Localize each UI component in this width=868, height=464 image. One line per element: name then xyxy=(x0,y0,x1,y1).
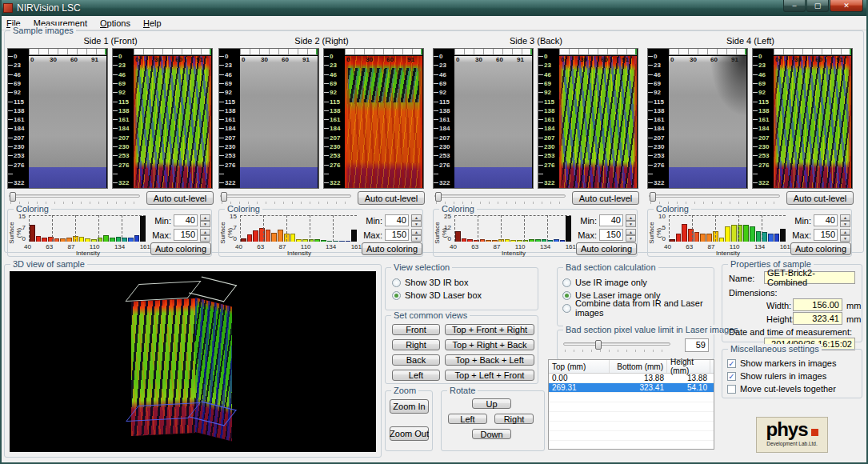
auto-coloring-button[interactable]: Auto coloring xyxy=(790,242,851,255)
min-value[interactable]: 40 xyxy=(814,214,838,226)
rotate-up-button[interactable]: Up xyxy=(472,398,511,409)
laser-image[interactable]: 0306091 02346699211513816118420723025327… xyxy=(538,48,638,189)
view3d-canvas[interactable] xyxy=(10,271,376,452)
table-row-empty[interactable] xyxy=(549,422,714,431)
app-icon xyxy=(3,3,13,13)
bad-limit-value[interactable]: 59 xyxy=(685,338,709,352)
cut-level-ruler xyxy=(669,49,746,55)
back-view-button[interactable]: Back xyxy=(392,354,440,366)
rotate-right-button[interactable]: Right xyxy=(494,414,534,424)
cut-level-slider[interactable] xyxy=(218,191,353,204)
bad-limit-slider[interactable] xyxy=(562,339,672,352)
coloring-group: Coloring Surface (%) 10 5 0 406387110134… xyxy=(647,209,852,257)
table-row[interactable]: 0.0013.8813.88 xyxy=(549,374,714,383)
horizontal-ruler: 0306091 xyxy=(30,56,104,63)
ir-image[interactable]: 0306091 02346699211513816118420723025327… xyxy=(218,48,319,189)
auto-cut-level-button[interactable]: Auto cut-level xyxy=(146,191,214,205)
cut-level-slider[interactable] xyxy=(433,191,567,204)
rotate-left-button[interactable]: Left xyxy=(448,414,487,424)
max-value[interactable]: 150 xyxy=(814,229,838,241)
ir-image[interactable]: 0306091 02346699211513816118420723025327… xyxy=(433,48,534,189)
side-panel: Side 2 (Right) 0306091 02346699211513816… xyxy=(218,36,425,250)
table-row-empty[interactable] xyxy=(549,393,714,402)
bad-section-marker xyxy=(29,167,106,188)
table-row-empty[interactable] xyxy=(549,402,714,412)
min-spinner[interactable]: ▲▼ xyxy=(840,214,850,226)
checkbox-show-rulers[interactable]: ✓ Show rulers in images xyxy=(727,370,857,382)
spin-down-icon: ▼ xyxy=(200,235,210,242)
ir-image[interactable]: 0306091 02346699211513816118420723025327… xyxy=(7,48,108,189)
view-selection-group: View selection Show 3D IR box Show 3D La… xyxy=(385,267,538,310)
min-value[interactable]: 40 xyxy=(599,214,623,226)
laser-image[interactable]: 0306091 02346699211513816118420723025327… xyxy=(752,48,853,189)
side-panel: Side 4 (Left) 0306091 023466992115138161… xyxy=(647,36,854,250)
menu-options[interactable]: Options xyxy=(94,17,137,30)
max-spinner[interactable]: ▲▼ xyxy=(411,229,422,241)
radio-show-3d-laser-box[interactable]: Show 3D Laser box xyxy=(392,289,531,302)
spin-up-icon: ▲ xyxy=(200,229,210,235)
maximize-button[interactable]: ▢ xyxy=(806,0,829,12)
menu-help[interactable]: Help xyxy=(137,17,168,30)
max-label: Max: xyxy=(362,230,382,240)
min-spinner[interactable]: ▲▼ xyxy=(626,214,636,226)
radio-use-ir-only[interactable]: Use IR image only xyxy=(562,276,709,289)
max-value[interactable]: 150 xyxy=(385,229,409,241)
rotate-down-button[interactable]: Down xyxy=(472,429,511,439)
min-spinner[interactable]: ▲▼ xyxy=(411,214,422,226)
checkbox-label: Show markers in images xyxy=(740,358,836,368)
checkbox-move-cutlevels[interactable]: Move cut-levels together xyxy=(727,382,857,395)
table-row-empty[interactable] xyxy=(549,431,714,441)
laser-image[interactable]: 0306091 02346699211513816118420723025327… xyxy=(112,48,213,189)
auto-coloring-button[interactable]: Auto coloring xyxy=(362,242,422,255)
intensity-histogram xyxy=(669,215,786,242)
radio-show-3d-ir-box[interactable]: Show 3D IR box xyxy=(392,276,531,289)
height-field[interactable]: 323.41 xyxy=(793,312,842,325)
max-value[interactable]: 150 xyxy=(599,229,623,241)
auto-cut-level-button[interactable]: Auto cut-level xyxy=(358,191,425,205)
cut-level-slider[interactable] xyxy=(7,191,142,204)
min-value[interactable]: 40 xyxy=(174,214,198,226)
spin-up-icon: ▲ xyxy=(840,214,850,221)
min-label: Min: xyxy=(790,216,811,226)
top-front-right-button[interactable]: Top + Front + Right xyxy=(445,324,534,335)
checkbox-icon: ✓ xyxy=(727,359,736,368)
max-spinner[interactable]: ▲▼ xyxy=(840,229,850,241)
header-bottom[interactable]: Bottom (mm) xyxy=(610,360,667,373)
checkbox-show-markers[interactable]: ✓ Show markers in images xyxy=(727,357,857,370)
title-bar: NIRVision LSC – ▢ ✕ xyxy=(0,0,868,16)
cut-level-slider[interactable] xyxy=(647,191,782,204)
auto-cut-level-button[interactable]: Auto cut-level xyxy=(786,191,854,205)
max-value[interactable]: 150 xyxy=(174,229,198,241)
auto-coloring-button[interactable]: Auto coloring xyxy=(150,242,211,255)
table-row[interactable]: 269.31323.4154.10 xyxy=(549,383,714,393)
width-field[interactable]: 156.00 xyxy=(793,298,842,311)
header-top[interactable]: Top (mm) xyxy=(549,360,610,373)
right-view-button[interactable]: Right xyxy=(392,339,440,350)
zoom-out-button[interactable]: Zoom Out xyxy=(390,426,429,441)
min-value[interactable]: 40 xyxy=(385,214,409,226)
zoom-in-button[interactable]: Zoom In xyxy=(390,399,429,414)
top-back-left-button[interactable]: Top + Back + Left xyxy=(445,354,534,366)
min-spinner[interactable]: ▲▼ xyxy=(200,214,210,226)
table-row-empty[interactable] xyxy=(549,441,714,450)
horizontal-ruler: 0306091 xyxy=(346,56,420,63)
header-height[interactable]: Height (mm) xyxy=(667,360,710,373)
intensity-histogram xyxy=(29,215,146,242)
auto-coloring-button[interactable]: Auto coloring xyxy=(576,242,637,255)
auto-cut-level-button[interactable]: Auto cut-level xyxy=(572,191,639,205)
misc-settings-group: Miscellaneous settings ✓ Show markers in… xyxy=(722,349,862,398)
name-field[interactable]: GET-Brick2-Combined xyxy=(764,271,855,284)
ir-image[interactable]: 0306091 02346699211513816118420723025327… xyxy=(647,48,748,189)
left-view-button[interactable]: Left xyxy=(392,370,440,381)
minimize-button[interactable]: – xyxy=(783,0,806,12)
max-spinner[interactable]: ▲▼ xyxy=(626,229,636,241)
window-title: NIRVision LSC xyxy=(17,2,81,14)
laser-image[interactable]: 0306091 02346699211513816118420723025327… xyxy=(323,48,424,189)
front-view-button[interactable]: Front xyxy=(392,324,440,335)
top-left-front-button[interactable]: Top + Left + Front xyxy=(445,370,534,381)
table-row-empty[interactable] xyxy=(549,412,714,422)
close-button[interactable]: ✕ xyxy=(830,0,863,12)
max-spinner[interactable]: ▲▼ xyxy=(200,229,210,241)
top-right-back-button[interactable]: Top + Right + Back xyxy=(445,339,534,350)
radio-combine-ir-laser[interactable]: Combine data from IR and Laser images xyxy=(562,302,709,314)
